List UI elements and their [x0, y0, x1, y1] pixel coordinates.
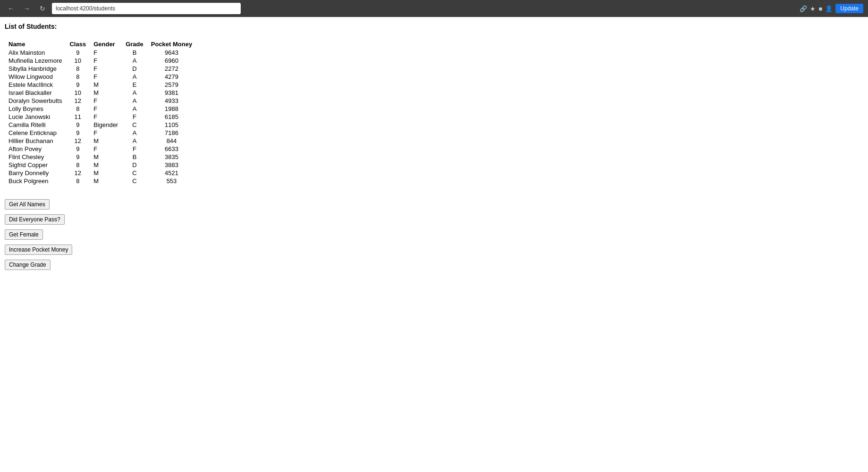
- cell-pocket_money: 4279: [147, 73, 196, 81]
- table-row: Camilla Ritelli9BigenderC1105: [5, 121, 196, 129]
- cell-name: Wilow Lingwood: [5, 73, 66, 81]
- cell-name: Estele MacIllrick: [5, 81, 66, 89]
- cell-class: 9: [66, 129, 90, 137]
- cell-gender: Bigender: [90, 121, 122, 129]
- cell-grade: A: [122, 89, 147, 97]
- table-row: Israel Blackaller10MA9381: [5, 89, 196, 97]
- did-everyone-pass-button[interactable]: Did Everyone Pass?: [5, 214, 65, 225]
- cell-pocket_money: 6960: [147, 57, 196, 65]
- cell-grade: C: [122, 169, 147, 177]
- cell-name: Mufinella Lezemore: [5, 57, 66, 65]
- cell-class: 9: [66, 81, 90, 89]
- cell-class: 8: [66, 73, 90, 81]
- table-row: Barry Donnelly12MC4521: [5, 169, 196, 177]
- address-bar[interactable]: localhost:4200/students: [52, 3, 241, 14]
- cell-class: 10: [66, 89, 90, 97]
- table-row: Doralyn Sowerbutts12FA4933: [5, 97, 196, 105]
- get-female-button[interactable]: Get Female: [5, 229, 43, 240]
- cell-name: Israel Blackaller: [5, 89, 66, 97]
- page-title: List of Students:: [5, 23, 863, 30]
- cell-name: Afton Povey: [5, 145, 66, 153]
- cell-pocket_money: 553: [147, 177, 196, 185]
- reload-button[interactable]: ↻: [37, 4, 48, 13]
- cell-pocket_money: 6633: [147, 145, 196, 153]
- cell-name: Camilla Ritelli: [5, 121, 66, 129]
- cell-pocket_money: 9643: [147, 49, 196, 57]
- cell-pocket_money: 1988: [147, 105, 196, 113]
- cell-grade: A: [122, 57, 147, 65]
- cell-gender: M: [90, 161, 122, 169]
- cell-grade: A: [122, 137, 147, 145]
- cell-grade: B: [122, 153, 147, 161]
- cell-pocket_money: 6185: [147, 113, 196, 121]
- header-name: Name: [5, 40, 66, 49]
- back-button[interactable]: ←: [5, 4, 17, 13]
- browser-actions: 🔗 ★ ■ 👤 Update: [800, 4, 863, 13]
- cell-class: 9: [66, 121, 90, 129]
- cell-class: 9: [66, 145, 90, 153]
- cell-name: Buck Polgreen: [5, 177, 66, 185]
- table-row: Sibylla Hanbridge8FD2272: [5, 65, 196, 73]
- cell-pocket_money: 2579: [147, 81, 196, 89]
- table-header-row: Name Class Gender Grade Pocket Money: [5, 40, 196, 49]
- cell-name: Flint Chesley: [5, 153, 66, 161]
- cell-name: Sibylla Hanbridge: [5, 65, 66, 73]
- extensions-icon: ■: [818, 5, 822, 12]
- cell-class: 11: [66, 113, 90, 121]
- cell-class: 12: [66, 169, 90, 177]
- cell-name: Lolly Boynes: [5, 105, 66, 113]
- header-grade: Grade: [122, 40, 147, 49]
- cell-grade: E: [122, 81, 147, 89]
- cell-name: Hillier Buchanan: [5, 137, 66, 145]
- cell-class: 8: [66, 65, 90, 73]
- cell-grade: A: [122, 73, 147, 81]
- table-row: Lolly Boynes8FA1988: [5, 105, 196, 113]
- cell-grade: F: [122, 113, 147, 121]
- cell-pocket_money: 4933: [147, 97, 196, 105]
- cell-gender: F: [90, 73, 122, 81]
- share-icon: 🔗: [800, 5, 807, 12]
- cell-pocket_money: 3835: [147, 153, 196, 161]
- cell-name: Doralyn Sowerbutts: [5, 97, 66, 105]
- cell-gender: F: [90, 113, 122, 121]
- header-gender: Gender: [90, 40, 122, 49]
- buttons-section: Get All Names Did Everyone Pass? Get Fem…: [5, 199, 863, 270]
- forward-button[interactable]: →: [21, 4, 33, 13]
- cell-pocket_money: 4521: [147, 169, 196, 177]
- cell-class: 12: [66, 97, 90, 105]
- cell-pocket_money: 3883: [147, 161, 196, 169]
- cell-pocket_money: 7186: [147, 129, 196, 137]
- cell-class: 8: [66, 105, 90, 113]
- update-button[interactable]: Update: [835, 4, 863, 13]
- cell-name: Sigfrid Copper: [5, 161, 66, 169]
- student-tbody: Alix Mainston9FB9643Mufinella Lezemore10…: [5, 49, 196, 185]
- cell-grade: B: [122, 49, 147, 57]
- cell-pocket_money: 1105: [147, 121, 196, 129]
- cell-name: Celene Enticknap: [5, 129, 66, 137]
- cell-pocket_money: 2272: [147, 65, 196, 73]
- cell-class: 8: [66, 161, 90, 169]
- cell-gender: F: [90, 105, 122, 113]
- increase-pocket-money-button[interactable]: Increase Pocket Money: [5, 244, 72, 255]
- page-content: List of Students: Name Class Gender Grad…: [0, 17, 868, 276]
- change-grade-button[interactable]: Change Grade: [5, 260, 51, 270]
- cell-pocket_money: 844: [147, 137, 196, 145]
- cell-gender: M: [90, 81, 122, 89]
- cell-gender: F: [90, 65, 122, 73]
- cell-grade: C: [122, 121, 147, 129]
- cell-class: 8: [66, 177, 90, 185]
- table-row: Mufinella Lezemore10FA6960: [5, 57, 196, 65]
- cell-gender: M: [90, 89, 122, 97]
- table-row: Flint Chesley9MB3835: [5, 153, 196, 161]
- cell-class: 12: [66, 137, 90, 145]
- cell-class: 9: [66, 153, 90, 161]
- student-table: Name Class Gender Grade Pocket Money Ali…: [5, 40, 196, 185]
- bookmark-icon: ★: [810, 5, 816, 12]
- table-row: Lucie Janowski11FF6185: [5, 113, 196, 121]
- table-row: Wilow Lingwood8FA4279: [5, 73, 196, 81]
- get-all-names-button[interactable]: Get All Names: [5, 199, 50, 210]
- cell-pocket_money: 9381: [147, 89, 196, 97]
- cell-gender: F: [90, 57, 122, 65]
- url-text: localhost:4200/students: [56, 5, 115, 12]
- cell-gender: F: [90, 49, 122, 57]
